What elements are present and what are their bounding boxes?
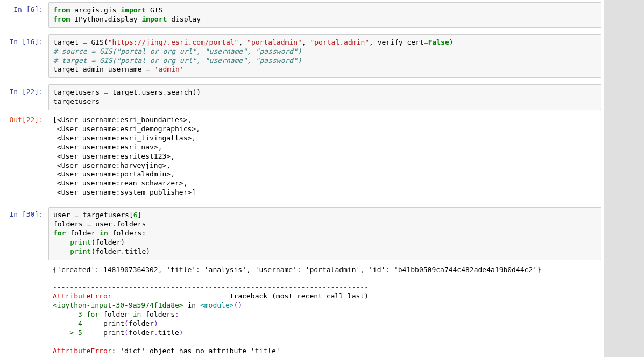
traceback-cell: ----------------------------------------… xyxy=(2,280,601,357)
code-input-area[interactable]: targetusers = target.users.search() targ… xyxy=(48,84,601,110)
code-text[interactable]: targetusers = target.users.search() targ… xyxy=(53,88,597,106)
code-cell[interactable]: In [16]: target = GIS("https://jing7.esr… xyxy=(2,34,601,78)
code-cell[interactable]: In [22]: targetusers = target.users.sear… xyxy=(2,84,601,110)
code-text[interactable]: from arcgis.gis import GIS from IPython.… xyxy=(53,6,597,24)
stdout-text: {'created': 1481907364302, 'title': 'ana… xyxy=(53,266,597,275)
code-cell[interactable]: In [6]: from arcgis.gis import GIS from … xyxy=(2,2,601,28)
traceback-area: ----------------------------------------… xyxy=(48,280,601,357)
empty-prompt xyxy=(2,280,48,357)
input-prompt: In [30]: xyxy=(2,207,48,260)
notebook-panel: In [6]: from arcgis.gis import GIS from … xyxy=(0,0,604,357)
input-prompt: In [16]: xyxy=(2,34,48,78)
output-text: [<User username:esri_boundaries>, <User … xyxy=(53,116,597,197)
page-background: { "cells": [ { "kind": "code", "prompt_i… xyxy=(0,0,644,357)
input-prompt: In [6]: xyxy=(2,2,48,28)
output-prompt: Out[22]: xyxy=(2,112,48,201)
stdout-cell: {'created': 1481907364302, 'title': 'ana… xyxy=(2,262,601,278)
output-cell: Out[22]: [<User username:esri_boundaries… xyxy=(2,112,601,201)
code-input-area[interactable]: target = GIS("https://jing7.esri.com/por… xyxy=(48,34,601,78)
output-area: [<User username:esri_boundaries>, <User … xyxy=(48,112,601,201)
code-input-area[interactable]: user = targetusers[6] folders = user.fol… xyxy=(48,207,601,260)
code-input-area[interactable]: from arcgis.gis import GIS from IPython.… xyxy=(48,2,601,28)
code-cell[interactable]: In [30]: user = targetusers[6] folders =… xyxy=(2,207,601,260)
stdout-area: {'created': 1481907364302, 'title': 'ana… xyxy=(48,262,601,278)
empty-prompt xyxy=(2,262,48,278)
traceback-text: ----------------------------------------… xyxy=(53,283,597,355)
code-text[interactable]: user = targetusers[6] folders = user.fol… xyxy=(53,211,597,256)
input-prompt: In [22]: xyxy=(2,84,48,110)
code-text[interactable]: target = GIS("https://jing7.esri.com/por… xyxy=(53,38,597,75)
